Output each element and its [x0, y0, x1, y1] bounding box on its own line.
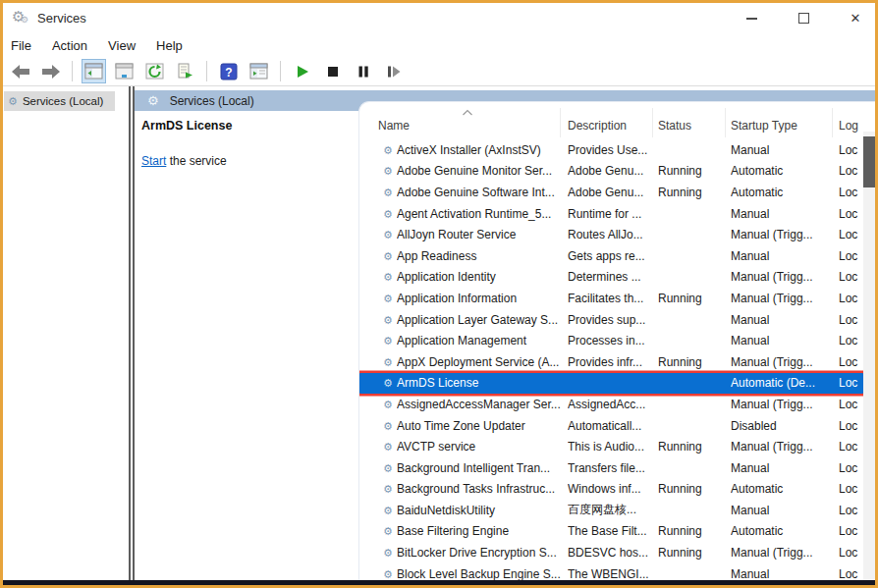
table-row[interactable]: ⚙AssignedAccessManager Ser...AssignedAcc… — [359, 394, 863, 415]
table-row[interactable]: ⚙Application Layer Gateway S...Provides … — [359, 309, 863, 331]
table-row[interactable]: ⚙Background Intelligent Tran...Transfers… — [359, 457, 863, 479]
table-row[interactable]: ⚙ActiveX Installer (AxInstSV)Provides Us… — [359, 139, 863, 161]
service-gear-icon: ⚙ — [359, 376, 397, 390]
service-description-cell: Provides sup... — [568, 313, 658, 327]
vertical-scrollbar[interactable] — [863, 132, 875, 580]
column-header-status[interactable]: Status — [658, 119, 691, 133]
table-row[interactable]: ⚙Background Tasks Infrastruc...Windows i… — [359, 479, 863, 501]
extended-view-button[interactable] — [247, 59, 271, 83]
table-row[interactable]: ⚙Application IdentityDetermines ...Manua… — [359, 267, 863, 289]
service-gear-icon: ⚙ — [359, 186, 397, 199]
service-description-cell: This is Audio... — [568, 440, 658, 454]
column-separator[interactable] — [560, 108, 561, 137]
minimize-button[interactable] — [743, 11, 759, 27]
window-title: Services — [37, 11, 86, 26]
services-header-icon: ⚙ — [147, 94, 159, 107]
service-status-cell: Running — [658, 355, 731, 369]
menu-file[interactable]: File — [11, 38, 31, 53]
service-gear-icon: ⚙ — [359, 228, 397, 241]
service-log-on-as-cell: Loc — [839, 164, 863, 178]
service-log-on-as-cell: Loc — [839, 313, 863, 327]
service-description-cell: The WBENGI... — [568, 567, 658, 580]
service-gear-icon: ⚙ — [359, 292, 397, 305]
forward-button[interactable] — [38, 59, 63, 83]
table-row[interactable]: ⚙BaiduNetdiskUtility百度网盘核...ManualLoc — [359, 500, 863, 521]
table-row[interactable]: ⚙AVCTP serviceThis is Audio...RunningMan… — [359, 436, 863, 457]
column-separator[interactable] — [652, 108, 653, 137]
column-separator[interactable] — [725, 108, 726, 137]
service-status-cell: Running — [658, 546, 731, 560]
column-header-name[interactable]: Name — [378, 119, 410, 133]
service-startup-type-cell: Automatic — [731, 482, 839, 496]
pause-service-button[interactable] — [351, 59, 375, 83]
column-header-description[interactable]: Description — [568, 119, 627, 133]
table-row[interactable]: ⚙Agent Activation Runtime_5...Runtime fo… — [359, 203, 863, 225]
service-name-cell: Base Filtering Engine — [397, 524, 568, 538]
menu-view[interactable]: View — [108, 38, 136, 53]
table-row[interactable]: ⚙AppX Deployment Service (A...Provides i… — [359, 351, 863, 373]
stop-icon — [325, 64, 341, 80]
service-log-on-as-cell: Loc — [839, 376, 863, 390]
menu-help[interactable]: Help — [156, 38, 183, 53]
table-row[interactable]: ⚙Adobe Genuine Software Int...Adobe Genu… — [359, 182, 863, 203]
help-button[interactable]: ? — [216, 59, 241, 83]
stop-service-button[interactable] — [320, 59, 345, 83]
service-description-cell: Gets apps re... — [568, 249, 658, 263]
service-log-on-as-cell: Loc — [839, 249, 863, 263]
service-status-cell: Running — [658, 292, 731, 305]
maximize-button[interactable] — [796, 11, 811, 27]
service-gear-icon: ⚙ — [359, 524, 397, 538]
table-row[interactable]: ⚙Application InformationFacilitates th..… — [359, 288, 863, 309]
service-description-cell: The Base Filt... — [568, 524, 658, 538]
menu-action[interactable]: Action — [52, 38, 87, 53]
service-description-cell: Adobe Genu... — [568, 186, 658, 199]
service-gear-icon: ⚙ — [359, 249, 397, 263]
export-list-button[interactable] — [173, 59, 197, 83]
service-log-on-as-cell: Loc — [839, 186, 863, 199]
back-button[interactable] — [8, 59, 32, 83]
service-startup-type-cell: Manual — [731, 334, 839, 347]
table-row[interactable]: ⚙Block Level Backup Engine S...The WBENG… — [359, 563, 863, 580]
close-button[interactable]: ✕ — [848, 11, 863, 27]
tree-item-services-local[interactable]: ⚙ Services (Local) — [4, 91, 115, 111]
service-description-cell: AssignedAcc... — [568, 398, 658, 411]
extended-view-icon — [249, 63, 268, 80]
start-service-link[interactable]: Start — [141, 154, 166, 168]
table-row[interactable]: ⚙AllJoyn Router ServiceRoutes AllJo...Ma… — [359, 224, 863, 245]
pause-icon — [356, 64, 371, 80]
column-header-log-on-as[interactable]: Log — [839, 119, 858, 133]
table-row[interactable]: ⚙Application ManagementProcesses in...Ma… — [359, 330, 863, 351]
service-description-cell: Windows inf... — [568, 482, 658, 496]
main-area: ⚙ Services (Local) ⚙ Services (Local) Ar… — [3, 86, 875, 580]
service-gear-icon: ⚙ — [359, 143, 397, 157]
service-startup-type-cell: Manual (Trigg... — [731, 440, 839, 454]
start-service-button[interactable] — [290, 59, 314, 83]
scrollbar-thumb[interactable] — [863, 136, 875, 187]
table-row[interactable]: ⚙Auto Time Zone UpdaterAutomaticall...Di… — [359, 415, 863, 437]
service-log-on-as-cell: Loc — [839, 292, 863, 305]
toolbar-separator — [72, 61, 73, 81]
table-row[interactable]: ⚙ArmDS LicenseAutomatic (De...Loc — [359, 373, 863, 395]
table-row[interactable]: ⚙App ReadinessGets apps re...ManualLoc — [359, 245, 863, 267]
column-separator[interactable] — [832, 108, 833, 137]
refresh-button[interactable] — [142, 59, 167, 83]
service-rows: ⚙ActiveX Installer (AxInstSV)Provides Us… — [359, 139, 863, 580]
service-startup-type-cell: Disabled — [731, 419, 839, 433]
service-name-cell: Application Management — [397, 334, 568, 347]
table-row[interactable]: ⚙BitLocker Drive Encryption S...BDESVC h… — [359, 542, 863, 563]
properties-window-icon — [115, 63, 134, 80]
export-list-icon — [176, 63, 194, 80]
service-gear-icon: ⚙ — [359, 504, 397, 517]
properties-button[interactable] — [112, 59, 137, 83]
column-header-startup-type[interactable]: Startup Type — [731, 119, 797, 133]
service-gear-icon: ⚙ — [359, 164, 397, 178]
table-row[interactable]: ⚙Base Filtering EngineThe Base Filt...Ru… — [359, 521, 863, 543]
service-description-cell: Adobe Genu... — [568, 164, 658, 178]
service-name-cell: Application Layer Gateway S... — [397, 313, 568, 327]
service-gear-icon: ⚙ — [359, 398, 397, 411]
table-row[interactable]: ⚙Adobe Genuine Monitor Ser...Adobe Genu.… — [359, 161, 863, 183]
service-status-cell: Running — [658, 186, 731, 199]
restart-service-button[interactable] — [381, 59, 406, 83]
service-log-on-as-cell: Loc — [839, 461, 863, 475]
show-console-tree-button[interactable] — [82, 59, 106, 83]
